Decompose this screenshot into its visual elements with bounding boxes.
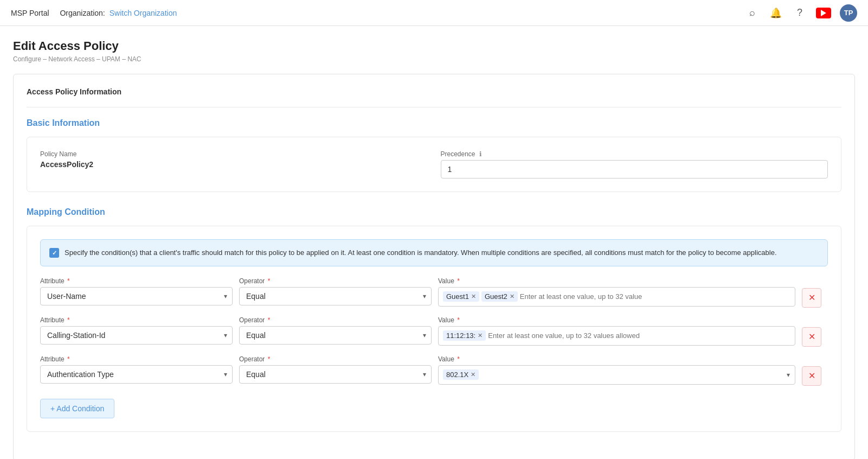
- condition-2-remove-button[interactable]: ✕: [802, 327, 821, 347]
- condition-1-attribute-wrapper: User-Name ▾: [40, 287, 233, 305]
- precedence-label: Precedence ℹ: [441, 150, 828, 158]
- basic-info-card: Policy Name AccessPolicy2 Precedence ℹ: [27, 137, 841, 192]
- switch-org-link[interactable]: Switch Organization: [110, 9, 177, 17]
- page-content: Edit Access Policy Configure – Network A…: [0, 26, 868, 459]
- help-icon[interactable]: ?: [792, 5, 807, 21]
- condition-2-attribute-wrapper: Calling-Station-Id ▾: [40, 326, 233, 345]
- condition-1-operator-select[interactable]: Equal: [239, 287, 432, 305]
- required-star: *: [67, 316, 70, 324]
- condition-2-attribute-select[interactable]: Calling-Station-Id: [40, 326, 233, 345]
- condition-1-attribute-group: Attribute * User-Name ▾: [40, 277, 233, 305]
- mapping-condition-heading: Mapping Condition: [27, 207, 841, 217]
- required-star: *: [457, 316, 460, 324]
- condition-row-3: Attribute * Authentication Type ▾ Operat…: [40, 355, 828, 386]
- condition-1-attribute-select[interactable]: User-Name: [40, 287, 233, 305]
- condition-1-remove-button[interactable]: ✕: [802, 288, 821, 308]
- condition-3-operator-select[interactable]: Equal: [239, 365, 432, 384]
- basic-info-grid: Policy Name AccessPolicy2 Precedence ℹ: [40, 150, 828, 178]
- condition-3-value-row: 802.1X ✕ ▾: [438, 365, 795, 385]
- condition-3-attribute-wrapper: Authentication Type ▾: [40, 365, 233, 384]
- condition-3-remove-button[interactable]: ✕: [802, 366, 821, 386]
- condition-1-operator-wrapper: Equal ▾: [239, 287, 432, 305]
- condition-3-value-label: Value *: [438, 355, 795, 363]
- condition-2-operator-label: Operator *: [239, 316, 432, 324]
- required-star: *: [268, 277, 271, 285]
- nav-separator: [54, 9, 56, 17]
- condition-2-operator-group: Operator * Equal ▾: [239, 316, 432, 345]
- policy-name-label: Policy Name: [40, 150, 428, 158]
- avatar[interactable]: TP: [840, 4, 857, 22]
- condition-row-2: Attribute * Calling-Station-Id ▾ Operato…: [40, 316, 828, 347]
- condition-3-value-dropdown-wrapper: 802.1X ✕ ▾: [438, 365, 795, 385]
- tag-remove-guest2[interactable]: ✕: [510, 293, 515, 300]
- search-icon[interactable]: ⌕: [744, 5, 760, 21]
- page-title: Edit Access Policy: [13, 39, 855, 53]
- required-star: *: [268, 355, 271, 363]
- condition-1-tag-input[interactable]: Guest1 ✕ Guest2 ✕: [438, 287, 795, 307]
- condition-1-attribute-label: Attribute *: [40, 277, 233, 285]
- condition-1-operator-group: Operator * Equal ▾: [239, 277, 432, 305]
- precedence-input[interactable]: [441, 160, 828, 178]
- tag-remove-802-1x[interactable]: ✕: [471, 371, 475, 378]
- breadcrumb: Configure – Network Access – UPAM – NAC: [13, 55, 855, 63]
- condition-row-1: Attribute * User-Name ▾ Operator *: [40, 277, 828, 308]
- condition-2-operator-select[interactable]: Equal: [239, 326, 432, 345]
- condition-2-value-label: Value *: [438, 316, 795, 324]
- condition-3-attribute-group: Attribute * Authentication Type ▾: [40, 355, 233, 384]
- access-policy-card-title: Access Policy Information: [27, 87, 841, 96]
- condition-2-attribute-group: Attribute * Calling-Station-Id ▾: [40, 316, 233, 345]
- basic-info-heading: Basic Information: [27, 118, 841, 128]
- tag-calling-station: 11:12:13: ✕: [443, 330, 486, 341]
- condition-3-value-with-tags[interactable]: 802.1X ✕: [438, 365, 795, 385]
- condition-2-tag-input[interactable]: 11:12:13: ✕: [438, 326, 795, 346]
- info-text: Specify the condition(s) that a client's…: [65, 247, 777, 258]
- tag-remove-calling[interactable]: ✕: [478, 332, 483, 339]
- check-icon: [49, 248, 59, 258]
- add-condition-button[interactable]: + Add Condition: [40, 399, 114, 418]
- required-star: *: [67, 277, 70, 285]
- top-nav: MSP Portal Organization: Switch Organiza…: [0, 0, 868, 26]
- nav-right: ⌕ 🔔 ? TP: [744, 4, 857, 22]
- info-banner: Specify the condition(s) that a client's…: [40, 239, 828, 266]
- portal-label: MSP Portal: [11, 9, 49, 17]
- condition-2-value-group: Value * 11:12:13: ✕: [438, 316, 795, 346]
- condition-3-value-group: Value * 802.1X ✕ ▾: [438, 355, 795, 385]
- condition-2-value-row: 11:12:13: ✕: [438, 326, 795, 346]
- mapping-condition-card: Specify the condition(s) that a client's…: [27, 226, 841, 432]
- org-label: Organization:: [60, 9, 105, 17]
- condition-3-operator-label: Operator *: [239, 355, 432, 363]
- condition-1-operator-label: Operator *: [239, 277, 432, 285]
- condition-1-value-group: Value * Guest1 ✕ Guest2 ✕: [438, 277, 795, 307]
- nav-left: MSP Portal Organization: Switch Organiza…: [11, 9, 177, 17]
- condition-3-operator-group: Operator * Equal ▾: [239, 355, 432, 384]
- youtube-icon[interactable]: [816, 8, 831, 18]
- condition-2-attribute-label: Attribute *: [40, 316, 233, 324]
- required-star: *: [67, 355, 70, 363]
- required-star: *: [457, 277, 460, 285]
- tag-guest2: Guest2 ✕: [481, 291, 518, 302]
- condition-1-value-label: Value *: [438, 277, 795, 285]
- tag-802-1x: 802.1X ✕: [443, 369, 479, 380]
- policy-name-field: Policy Name AccessPolicy2: [40, 150, 428, 178]
- condition-2-operator-wrapper: Equal ▾: [239, 326, 432, 345]
- condition-3-attribute-select[interactable]: Authentication Type: [40, 365, 233, 384]
- condition-3-attribute-label: Attribute *: [40, 355, 233, 363]
- condition-1-value-row: Guest1 ✕ Guest2 ✕: [438, 287, 795, 307]
- condition-3-operator-wrapper: Equal ▾: [239, 365, 432, 384]
- required-star: *: [268, 316, 271, 324]
- bell-icon[interactable]: 🔔: [768, 5, 783, 21]
- policy-name-value: AccessPolicy2: [40, 160, 428, 169]
- tag-guest1: Guest1 ✕: [443, 291, 479, 302]
- access-policy-card: Access Policy Information Basic Informat…: [13, 74, 855, 459]
- precedence-info-icon: ℹ: [479, 150, 482, 158]
- condition-1-value-input[interactable]: [520, 292, 790, 301]
- tag-remove-guest1[interactable]: ✕: [471, 293, 476, 300]
- required-star: *: [457, 355, 460, 363]
- condition-2-value-input[interactable]: [488, 331, 790, 340]
- precedence-field: Precedence ℹ: [441, 150, 828, 178]
